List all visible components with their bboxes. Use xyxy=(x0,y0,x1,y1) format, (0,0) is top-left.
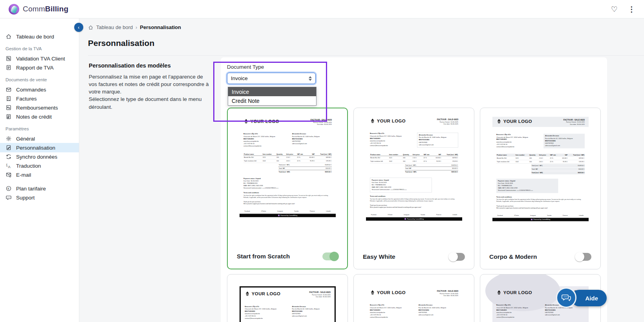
col-vat: VAT xyxy=(432,153,441,156)
col-product: Product name xyxy=(370,153,388,156)
cell: 95.93 € xyxy=(306,159,315,163)
kebab-menu-icon[interactable]: ⋮ xyxy=(628,5,635,14)
sidebar-item-tva-report[interactable]: Rapport de TVA xyxy=(0,63,79,72)
template-card-easy-white[interactable]: YOUR LOGO FACTUUR : SALE-0023 Factuur Da… xyxy=(353,108,474,269)
sidebar-item-credit-notes[interactable]: Notes de crédit xyxy=(0,112,79,121)
template-toggle-off[interactable] xyxy=(449,253,465,261)
cell: 100 xyxy=(402,159,412,163)
col-unit-price: Unit price xyxy=(285,153,296,156)
buyer-vat: BE0701033456 xyxy=(418,309,458,311)
option-credit-note[interactable]: Credit Note xyxy=(228,96,316,105)
total-value: 1825.56 € xyxy=(324,171,331,173)
sidebar-item-plan-tarifaire[interactable]: € Plan tarifaire xyxy=(0,184,79,193)
cell: 1121 xyxy=(262,156,276,159)
social-twitter: X/Twitter xyxy=(514,215,519,216)
breadcrumb-separator: › xyxy=(135,25,137,30)
cell: 1121 xyxy=(515,156,529,160)
preview-totals: Total (excl. VAT)1509.50 € Total VAT324.… xyxy=(531,164,584,174)
gear-icon xyxy=(5,135,12,142)
col-vat-rate: VAT rate xyxy=(423,153,432,156)
cell: 95.93 € xyxy=(432,159,441,163)
template-toggle-on[interactable] xyxy=(322,252,338,260)
cell: 105.84 € xyxy=(306,156,315,159)
preview-logo-text: YOUR LOGO xyxy=(377,290,405,295)
preview-due-date: Due date: 30-06-2025 xyxy=(310,123,331,125)
sidebar-item-traduction[interactable]: zA Traduction xyxy=(0,161,79,170)
sidebar-item-tva-validation[interactable]: Validation TVA Client xyxy=(0,54,79,63)
seller-phone: +32 2 672 80 10 xyxy=(496,314,545,316)
preview-items-table: Product name Item number Quantity Unit p… xyxy=(370,153,458,163)
seller-website: www.brasseriepidor.be xyxy=(370,311,418,313)
seller-phone: +32 2 672 80 10 xyxy=(496,143,543,145)
terms-heading: Terms and conditions xyxy=(496,196,584,198)
seller-website: www.brasseriepidor.be xyxy=(370,140,417,142)
preview-seller-block: Brasserie L'Épi d'Or Chaussée de Wavre 2… xyxy=(245,306,292,320)
template-card-dark-frame[interactable]: YOUR LOGO FACTUUR : SALE-0023 Factuur Da… xyxy=(227,274,348,322)
translate-icon: zA xyxy=(5,163,12,169)
preview-social-links: Facebook X/Twitter Instagram Youtube Pin… xyxy=(497,215,584,216)
preview-doc-date: Factuur Datum: 10-06-2025 xyxy=(563,121,584,123)
sidebar-item-support[interactable]: Support xyxy=(0,193,79,202)
preview-seller-block: Brasserie L'Épi d'Or Chaussée de Wavre 2… xyxy=(370,304,418,319)
buyer-name: Alexandra Dessaux xyxy=(545,135,583,137)
invoice-preview-document: YOUR LOGO FACTUUR : SALE-0023 Factuur Da… xyxy=(240,115,336,247)
sidebar-collapse-button[interactable]: ‹ xyxy=(74,23,83,32)
sidebar-item-personnalisation[interactable]: Personnalisation xyxy=(0,143,79,152)
credit-note-icon xyxy=(5,113,12,120)
preview-doc-date: Factuur Datum: 10-06-2025 xyxy=(309,294,330,296)
sidebar-item-orders[interactable]: Commandes xyxy=(0,85,79,94)
breadcrumb-home-link[interactable]: Tableau de bord xyxy=(96,24,133,30)
preview-doc-date: Factuur Datum: 10-06-2025 xyxy=(437,121,458,123)
template-card-corpo-modern[interactable]: YOUR LOGO FACTUUR : SALE-0023 Factuur Da… xyxy=(480,108,601,269)
powered-text: Powered by CommBilling xyxy=(533,219,550,221)
preview-items-table: Product name Item number Quantity Unit p… xyxy=(243,153,331,163)
intro-line1: Personnalisez la mise en page et l'appar… xyxy=(89,73,211,95)
preview-logo: YOUR LOGO xyxy=(245,291,280,296)
col-item-number: Item number xyxy=(515,154,529,156)
thanks-line: We're proud to support your business and… xyxy=(496,207,584,209)
sidebar-item-invoices[interactable]: € Factures xyxy=(0,94,79,103)
sidebar-item-synchro[interactable]: Synchro données xyxy=(0,152,79,161)
buyer-address: Rue du Marché 42, 1040 Ixelles, Belgium xyxy=(418,307,458,309)
col-item-number: Item number xyxy=(388,153,402,156)
invoice-preview: YOUR LOGO FACTUUR : SALE-0023 Factuur Da… xyxy=(240,115,336,247)
payment-status: Payment status: Unpaid xyxy=(498,180,556,182)
cell: 1142 xyxy=(388,159,402,163)
customize-document-icon xyxy=(5,145,12,151)
social-facebook: Facebook xyxy=(497,215,503,216)
col-vat-rate: VAT rate xyxy=(296,153,306,156)
preview-thanks: Thank you for your purchase. We're proud… xyxy=(496,205,584,209)
template-card-start-from-scratch[interactable]: YOUR LOGO FACTUUR : SALE-0023 Factuur Da… xyxy=(227,108,348,269)
cell: 2.65 € xyxy=(538,160,549,163)
template-toggle-off[interactable] xyxy=(576,253,591,261)
sidebar-item-general[interactable]: Général xyxy=(0,134,79,143)
orders-envelope-icon xyxy=(5,86,12,93)
preview-social-links: Facebook X/Twitter Instagram Youtube Pin… xyxy=(371,214,457,215)
invoice-preview: YOUR LOGO FACTUUR : SALE-0023 Factuur Da… xyxy=(492,115,589,247)
help-button[interactable]: Aide xyxy=(571,290,607,306)
total-label: Total (excl. VAT) xyxy=(278,164,289,166)
preview-items-table: Product name Item number Quantity Unit p… xyxy=(496,154,584,163)
preview-totals: Total (excl. VAT)1509.50 € Total VAT324.… xyxy=(278,163,331,173)
invoice-preview-document: YOUR LOGO FACTUUR : SALE-0023 Factuur Da… xyxy=(492,115,589,247)
social-youtube: Youtube xyxy=(547,215,551,216)
support-chat-icon xyxy=(5,194,12,201)
page-title: Personnalisation xyxy=(88,38,644,48)
cell: 1142 xyxy=(515,160,529,163)
seller-vat: BE0710952891 xyxy=(245,310,292,312)
seller-email: contact@brasseriepidor.be xyxy=(370,316,418,318)
preview-payment-block: Payment status: Unpaid Due Date: 30-06-2… xyxy=(370,177,432,192)
sidebar-item-refunds[interactable]: Remboursements xyxy=(0,103,79,112)
sidebar-item-email[interactable]: E-mail xyxy=(0,170,79,179)
seller-vat: BE0710952891 xyxy=(496,139,543,141)
sidebar-item-dashboard[interactable]: Tableau de bord xyxy=(0,32,79,41)
preview-due-date: Due date: 30-06-2025 xyxy=(437,123,458,125)
help-chat-icon[interactable] xyxy=(556,287,576,308)
document-type-select[interactable]: Invoice xyxy=(227,73,316,84)
seller-name: Brasserie L'Épi d'Or xyxy=(370,133,417,135)
favorites-heart-icon[interactable]: ♡ xyxy=(611,5,618,13)
option-invoice[interactable]: Invoice xyxy=(228,87,316,96)
buyer-vat: BE0701033456 xyxy=(292,138,331,140)
email-settings-icon xyxy=(5,172,12,178)
template-card-plain[interactable]: YOUR LOGO FACTUUR : SALE-0023 Factuur Da… xyxy=(353,274,474,322)
